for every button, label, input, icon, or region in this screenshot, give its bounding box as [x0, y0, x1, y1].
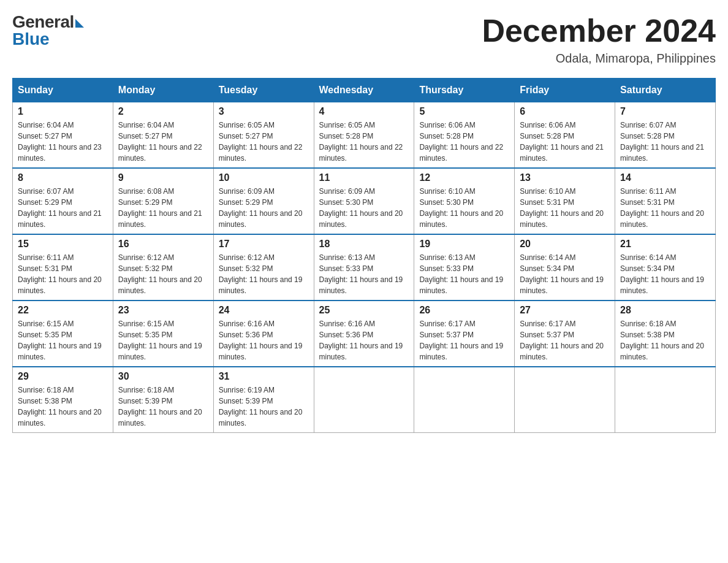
calendar-week-row: 15Sunrise: 6:11 AMSunset: 5:31 PMDayligh… — [13, 234, 716, 301]
day-info: Sunrise: 6:16 AMSunset: 5:36 PMDaylight:… — [219, 318, 309, 362]
logo-blue-text: Blue — [12, 29, 50, 49]
calendar-cell: 24Sunrise: 6:16 AMSunset: 5:36 PMDayligh… — [213, 301, 314, 367]
calendar-cell: 26Sunrise: 6:17 AMSunset: 5:37 PMDayligh… — [414, 301, 515, 367]
day-info: Sunrise: 6:09 AMSunset: 5:30 PMDaylight:… — [319, 186, 409, 230]
day-info: Sunrise: 6:13 AMSunset: 5:33 PMDaylight:… — [319, 252, 409, 296]
day-number: 20 — [520, 239, 610, 250]
location-text: Odala, Mimaropa, Philippines — [482, 52, 716, 66]
day-number: 10 — [219, 172, 309, 183]
day-number: 31 — [219, 371, 309, 382]
calendar-cell: 21Sunrise: 6:14 AMSunset: 5:34 PMDayligh… — [615, 234, 716, 301]
calendar-cell: 14Sunrise: 6:11 AMSunset: 5:31 PMDayligh… — [615, 168, 716, 234]
day-number: 25 — [319, 305, 409, 316]
title-section: December 2024 Odala, Mimaropa, Philippin… — [482, 12, 716, 66]
calendar-cell: 1Sunrise: 6:04 AMSunset: 5:27 PMDaylight… — [13, 102, 113, 169]
day-header-monday: Monday — [113, 79, 213, 102]
calendar-cell: 5Sunrise: 6:06 AMSunset: 5:28 PMDaylight… — [414, 102, 515, 169]
calendar-cell: 18Sunrise: 6:13 AMSunset: 5:33 PMDayligh… — [314, 234, 414, 301]
day-number: 21 — [620, 239, 710, 250]
day-number: 23 — [118, 305, 208, 316]
calendar-cell: 8Sunrise: 6:07 AMSunset: 5:29 PMDaylight… — [13, 168, 113, 234]
day-number: 17 — [219, 239, 309, 250]
day-info: Sunrise: 6:05 AMSunset: 5:28 PMDaylight:… — [319, 120, 409, 164]
day-number: 14 — [620, 172, 710, 183]
day-info: Sunrise: 6:18 AMSunset: 5:39 PMDaylight:… — [118, 385, 208, 429]
calendar-cell: 31Sunrise: 6:19 AMSunset: 5:39 PMDayligh… — [213, 367, 314, 433]
day-info: Sunrise: 6:19 AMSunset: 5:39 PMDaylight:… — [219, 385, 309, 429]
calendar-week-row: 22Sunrise: 6:15 AMSunset: 5:35 PMDayligh… — [13, 301, 716, 367]
calendar-cell: 30Sunrise: 6:18 AMSunset: 5:39 PMDayligh… — [113, 367, 213, 433]
calendar-cell: 12Sunrise: 6:10 AMSunset: 5:30 PMDayligh… — [414, 168, 515, 234]
day-header-wednesday: Wednesday — [314, 79, 414, 102]
day-info: Sunrise: 6:15 AMSunset: 5:35 PMDaylight:… — [118, 318, 208, 362]
day-number: 30 — [118, 371, 208, 382]
day-header-tuesday: Tuesday — [213, 79, 314, 102]
calendar-week-row: 29Sunrise: 6:18 AMSunset: 5:38 PMDayligh… — [13, 367, 716, 433]
calendar-cell: 3Sunrise: 6:05 AMSunset: 5:27 PMDaylight… — [213, 102, 314, 169]
day-info: Sunrise: 6:14 AMSunset: 5:34 PMDaylight:… — [520, 252, 610, 296]
calendar-cell: 6Sunrise: 6:06 AMSunset: 5:28 PMDaylight… — [515, 102, 615, 169]
day-number: 19 — [419, 239, 509, 250]
day-info: Sunrise: 6:12 AMSunset: 5:32 PMDaylight:… — [118, 252, 208, 296]
day-info: Sunrise: 6:09 AMSunset: 5:29 PMDaylight:… — [219, 186, 309, 230]
day-number: 15 — [18, 239, 108, 250]
day-number: 9 — [118, 172, 208, 183]
day-header-saturday: Saturday — [615, 79, 716, 102]
day-header-friday: Friday — [515, 79, 615, 102]
calendar-cell: 23Sunrise: 6:15 AMSunset: 5:35 PMDayligh… — [113, 301, 213, 367]
day-info: Sunrise: 6:12 AMSunset: 5:32 PMDaylight:… — [219, 252, 309, 296]
calendar-cell: 9Sunrise: 6:08 AMSunset: 5:29 PMDaylight… — [113, 168, 213, 234]
day-info: Sunrise: 6:17 AMSunset: 5:37 PMDaylight:… — [520, 318, 610, 362]
day-info: Sunrise: 6:13 AMSunset: 5:33 PMDaylight:… — [419, 252, 509, 296]
calendar-cell: 10Sunrise: 6:09 AMSunset: 5:29 PMDayligh… — [213, 168, 314, 234]
day-info: Sunrise: 6:07 AMSunset: 5:29 PMDaylight:… — [18, 186, 108, 230]
calendar-cell: 2Sunrise: 6:04 AMSunset: 5:27 PMDaylight… — [113, 102, 213, 169]
calendar-cell — [515, 367, 615, 433]
logo-triangle-icon — [75, 19, 84, 28]
day-number: 13 — [520, 172, 610, 183]
day-info: Sunrise: 6:11 AMSunset: 5:31 PMDaylight:… — [18, 252, 108, 296]
day-number: 16 — [118, 239, 208, 250]
day-number: 3 — [219, 106, 309, 117]
day-info: Sunrise: 6:11 AMSunset: 5:31 PMDaylight:… — [620, 186, 710, 230]
day-info: Sunrise: 6:16 AMSunset: 5:36 PMDaylight:… — [319, 318, 409, 362]
day-number: 5 — [419, 106, 509, 117]
day-info: Sunrise: 6:14 AMSunset: 5:34 PMDaylight:… — [620, 252, 710, 296]
day-number: 1 — [18, 106, 108, 117]
calendar-cell: 22Sunrise: 6:15 AMSunset: 5:35 PMDayligh… — [13, 301, 113, 367]
day-info: Sunrise: 6:04 AMSunset: 5:27 PMDaylight:… — [118, 120, 208, 164]
day-info: Sunrise: 6:08 AMSunset: 5:29 PMDaylight:… — [118, 186, 208, 230]
day-info: Sunrise: 6:05 AMSunset: 5:27 PMDaylight:… — [219, 120, 309, 164]
logo: General Blue — [12, 12, 84, 49]
calendar-cell: 20Sunrise: 6:14 AMSunset: 5:34 PMDayligh… — [515, 234, 615, 301]
day-number: 6 — [520, 106, 610, 117]
calendar-cell: 16Sunrise: 6:12 AMSunset: 5:32 PMDayligh… — [113, 234, 213, 301]
day-number: 8 — [18, 172, 108, 183]
calendar-cell: 19Sunrise: 6:13 AMSunset: 5:33 PMDayligh… — [414, 234, 515, 301]
day-number: 7 — [620, 106, 710, 117]
calendar-cell: 7Sunrise: 6:07 AMSunset: 5:28 PMDaylight… — [615, 102, 716, 169]
day-number: 27 — [520, 305, 610, 316]
day-number: 22 — [18, 305, 108, 316]
calendar-cell: 11Sunrise: 6:09 AMSunset: 5:30 PMDayligh… — [314, 168, 414, 234]
day-number: 24 — [219, 305, 309, 316]
day-number: 18 — [319, 239, 409, 250]
month-year-title: December 2024 — [482, 12, 716, 49]
calendar-header-row: SundayMondayTuesdayWednesdayThursdayFrid… — [13, 79, 716, 102]
day-info: Sunrise: 6:18 AMSunset: 5:38 PMDaylight:… — [18, 385, 108, 429]
day-info: Sunrise: 6:10 AMSunset: 5:30 PMDaylight:… — [419, 186, 509, 230]
calendar-cell: 28Sunrise: 6:18 AMSunset: 5:38 PMDayligh… — [615, 301, 716, 367]
day-number: 12 — [419, 172, 509, 183]
calendar-week-row: 8Sunrise: 6:07 AMSunset: 5:29 PMDaylight… — [13, 168, 716, 234]
day-number: 11 — [319, 172, 409, 183]
page-header: General Blue December 2024 Odala, Mimaro… — [12, 12, 716, 66]
day-number: 29 — [18, 371, 108, 382]
day-number: 2 — [118, 106, 208, 117]
day-info: Sunrise: 6:10 AMSunset: 5:31 PMDaylight:… — [520, 186, 610, 230]
day-info: Sunrise: 6:18 AMSunset: 5:38 PMDaylight:… — [620, 318, 710, 362]
day-number: 28 — [620, 305, 710, 316]
day-number: 26 — [419, 305, 509, 316]
day-info: Sunrise: 6:17 AMSunset: 5:37 PMDaylight:… — [419, 318, 509, 362]
day-info: Sunrise: 6:06 AMSunset: 5:28 PMDaylight:… — [520, 120, 610, 164]
calendar-cell: 15Sunrise: 6:11 AMSunset: 5:31 PMDayligh… — [13, 234, 113, 301]
